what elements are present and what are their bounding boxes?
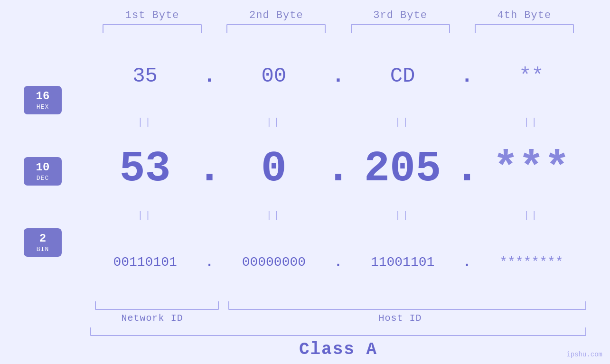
bin-dot3: . — [458, 255, 477, 270]
equals-row-1: || || || || — [90, 115, 586, 130]
hex-byte4-cell: ** — [477, 64, 586, 88]
eq2-cell3: || — [348, 210, 458, 221]
dec-byte1-value: 53 — [120, 145, 171, 193]
labels-column: 16 HEX 10 DEC 2 BIN — [24, 37, 90, 301]
bin-badge: 2 BIN — [24, 228, 62, 257]
dec-byte3-cell: 205 — [348, 145, 458, 193]
bin-byte3-cell: 11001101 — [348, 255, 458, 270]
top-bracket-3 — [351, 24, 450, 33]
byte4-header: 4th Byte — [462, 9, 586, 21]
dec-byte2-value: 0 — [261, 145, 287, 193]
dec-num: 10 — [36, 161, 50, 175]
dec-label: DEC — [37, 175, 49, 182]
bin-label: BIN — [37, 246, 49, 253]
bracket-cell-3 — [338, 24, 462, 33]
dec-badge: 10 DEC — [24, 157, 62, 186]
bin-byte2-cell: 00000000 — [219, 255, 328, 270]
hex-dot3: . — [458, 64, 477, 88]
byte-headers: 1st Byte 2nd Byte 3rd Byte 4th Byte — [24, 9, 586, 21]
eq1-cell2: || — [219, 117, 328, 128]
hex-badge: 16 HEX — [24, 86, 62, 114]
hex-dot1: . — [200, 64, 219, 88]
dec-dot1: . — [200, 145, 219, 193]
hex-byte1-value: 35 — [132, 64, 158, 88]
dec-byte4-cell: *** — [477, 145, 586, 193]
equals-sign-2-3: || — [395, 210, 410, 221]
host-bracket — [228, 301, 586, 310]
hex-byte3-value: CD — [390, 64, 415, 88]
top-bracket-2 — [226, 24, 326, 33]
equals-sign-2-1: || — [138, 210, 153, 221]
top-bracket-1 — [103, 24, 202, 33]
dec-dot2: . — [329, 145, 348, 193]
dec-byte3-value: 205 — [364, 145, 441, 193]
bin-byte2-value: 00000000 — [242, 255, 306, 270]
hex-label: HEX — [37, 103, 49, 111]
hex-row-group: 35 . 00 . CD . — [90, 37, 586, 115]
eq2-cell2: || — [219, 210, 328, 221]
hex-dot2: . — [329, 64, 348, 88]
bracket-cell-4 — [462, 24, 586, 33]
bin-num: 2 — [39, 232, 46, 246]
content-area: 16 HEX 10 DEC 2 BIN 35 — [24, 37, 586, 301]
values-grid: 35 . 00 . CD . — [90, 37, 586, 301]
hex-num: 16 — [36, 90, 50, 103]
outer-bracket-row — [90, 327, 586, 336]
hex-byte1-cell: 35 — [90, 64, 200, 88]
equals-sign-1-1: || — [138, 117, 153, 128]
bin-row-group: 00110101 . 00000000 . 11001101 — [90, 223, 586, 301]
network-id-label: Network ID — [90, 313, 214, 324]
dec-byte1-cell: 53 — [90, 145, 200, 193]
network-bracket — [95, 301, 219, 310]
outer-bracket — [90, 327, 586, 336]
dec-dot3: . — [458, 145, 477, 193]
bin-byte4-cell: ******** — [477, 255, 586, 270]
bin-byte4-value: ******** — [499, 255, 563, 270]
hex-byte3-cell: CD — [348, 64, 458, 88]
eq2-cell4: || — [477, 210, 586, 221]
equals-sign-1-3: || — [395, 117, 410, 128]
eq1-cell4: || — [477, 117, 586, 128]
eq1-cell1: || — [90, 117, 200, 128]
byte2-header: 2nd Byte — [214, 9, 338, 21]
dec-byte2-cell: 0 — [219, 145, 328, 193]
byte1-header: 1st Byte — [90, 9, 214, 21]
bin-dot1: . — [200, 255, 219, 270]
network-host-labels: Network ID Host ID — [90, 313, 586, 324]
bracket-cell-1 — [90, 24, 214, 33]
byte3-header: 3rd Byte — [338, 9, 462, 21]
watermark: ipshu.com — [566, 351, 602, 358]
dec-value-row: 53 . 0 . 205 . — [90, 145, 586, 193]
bin-byte1-value: 00110101 — [113, 255, 177, 270]
hex-byte2-value: 00 — [261, 64, 286, 88]
eq1-cell3: || — [348, 117, 458, 128]
network-host-bracket-row — [90, 301, 586, 310]
host-id-label: Host ID — [214, 313, 586, 324]
dec-row-group: 53 . 0 . 205 . — [90, 130, 586, 208]
equals-sign-2-4: || — [524, 210, 539, 221]
equals-sign-2-2: || — [266, 210, 282, 221]
equals-sign-1-4: || — [524, 117, 539, 128]
bottom-section: Network ID Host ID Class A — [24, 301, 586, 359]
bin-byte3-value: 11001101 — [371, 255, 434, 270]
equals-row-2: || || || || — [90, 208, 586, 223]
eq2-cell1: || — [90, 210, 200, 221]
hex-value-row: 35 . 00 . CD . — [90, 64, 586, 88]
bracket-cell-2 — [214, 24, 338, 33]
bin-byte1-cell: 00110101 — [90, 255, 200, 270]
dec-byte4-value: *** — [493, 145, 570, 193]
bin-dot2: . — [329, 255, 348, 270]
main-container: 1st Byte 2nd Byte 3rd Byte 4th Byte 16 H… — [0, 0, 610, 364]
top-bracket-4 — [475, 24, 574, 33]
top-bracket-row — [24, 24, 586, 33]
hex-byte4-value: ** — [519, 64, 544, 88]
class-label: Class A — [90, 340, 586, 359]
hex-byte2-cell: 00 — [219, 64, 328, 88]
bin-value-row: 00110101 . 00000000 . 11001101 — [90, 255, 586, 270]
equals-sign-1-2: || — [266, 117, 282, 128]
